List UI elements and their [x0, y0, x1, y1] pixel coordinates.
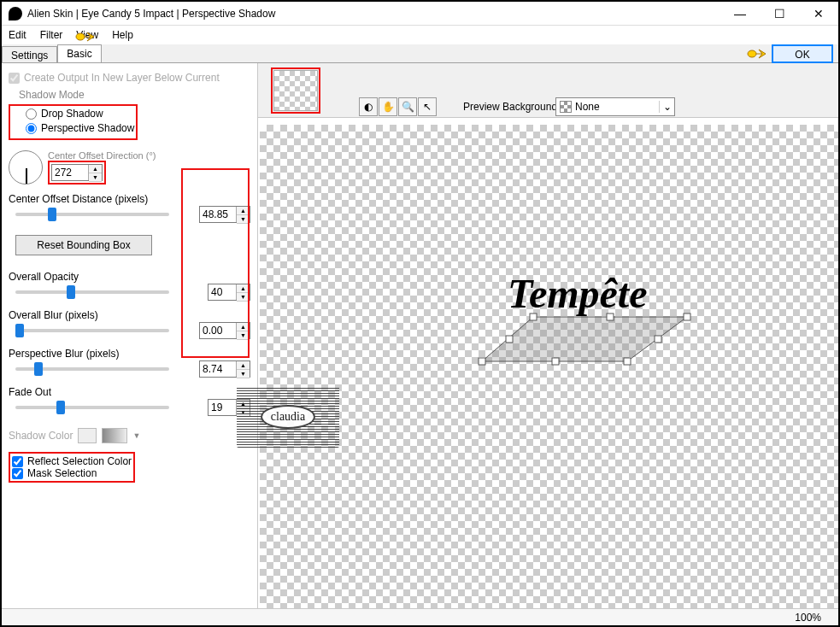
overall-blur-input-wrap[interactable]: ▲▼ [199, 322, 250, 339]
shadow-color-label: Shadow Color [9, 430, 73, 442]
center-offset-dir-label: Center Offset Direction (°) [48, 150, 156, 161]
overall-blur-input[interactable] [200, 323, 236, 338]
create-output-input[interactable] [9, 73, 20, 84]
center-offset-dir-spinners[interactable]: ▲▼ [88, 165, 102, 180]
svg-rect-4 [624, 358, 631, 365]
close-button[interactable]: ✕ [799, 2, 838, 26]
zoom-level: 100% [795, 612, 821, 624]
menu-edit[interactable]: Edit [9, 29, 26, 41]
eyedropper-tool-icon[interactable]: ◐ [359, 97, 378, 116]
perspective-blur-label: Perspective Blur (pixels) [9, 348, 250, 360]
svg-rect-7 [552, 358, 559, 365]
center-offset-dist-slider[interactable] [15, 213, 169, 216]
watermark: claudia [237, 386, 339, 448]
ok-button[interactable]: OK [772, 44, 833, 63]
reflect-selection-label: Reflect Selection Color [27, 455, 132, 467]
drop-shadow-input[interactable] [26, 108, 37, 120]
drop-shadow-radio[interactable]: Drop Shadow [26, 108, 134, 120]
chevron-down-icon[interactable]: ⌄ [659, 101, 674, 113]
fade-out-slider[interactable] [15, 406, 169, 409]
center-offset-dist-input[interactable] [200, 207, 236, 222]
shadow-mode-group: Shadow Mode Drop Shadow Perspective Shad… [9, 89, 250, 140]
svg-point-0 [76, 33, 85, 40]
checker-icon [560, 101, 572, 113]
pointer-hand-icon [75, 28, 99, 45]
overall-blur-row: Overall Blur (pixels) ▲▼ [9, 309, 250, 339]
svg-rect-8 [607, 314, 614, 320]
tab-row: Settings Basic OK Cancel [2, 44, 838, 63]
menu-bar: Edit Filter View Help [2, 26, 838, 44]
perspective-blur-input[interactable] [200, 361, 236, 377]
main-area: Create Output In New Layer Below Current… [2, 63, 838, 608]
overall-opacity-input-wrap[interactable]: ▲▼ [208, 284, 250, 301]
mask-selection-checkbox[interactable]: Mask Selection [12, 467, 132, 479]
overall-opacity-label: Overall Opacity [9, 271, 250, 283]
preview-canvas[interactable]: Tempête [260, 125, 838, 608]
reflect-selection-input[interactable] [12, 456, 23, 467]
hand-tool-icon[interactable]: ✋ [379, 97, 397, 116]
perspective-shadow-radio[interactable]: Perspective Shadow [26, 122, 134, 134]
app-icon [9, 7, 22, 21]
reset-bounding-box-button[interactable]: Reset Bounding Box [15, 235, 152, 255]
center-offset-distance-row: Center Offset Distance (pixels) ▲▼ [9, 193, 250, 223]
overall-opacity-slider[interactable] [15, 290, 169, 294]
perspective-blur-spinners[interactable]: ▲▼ [236, 361, 250, 377]
shadow-bounding-box[interactable] [473, 308, 696, 379]
dropdown-arrow-icon[interactable]: ▼ [132, 431, 140, 440]
svg-rect-10 [655, 336, 661, 343]
preview-bg-value: None [575, 101, 600, 113]
window-title: Alien Skin | Eye Candy 5 Impact | Perspe… [27, 8, 720, 20]
shadow-color-row: Shadow Color ▼ [9, 428, 250, 443]
pointer-hand-icon [746, 45, 772, 62]
overall-opacity-row: Overall Opacity ▲▼ [9, 271, 250, 301]
center-offset-dist-input-wrap[interactable]: ▲▼ [199, 206, 250, 223]
perspective-blur-input-wrap[interactable]: ▲▼ [199, 360, 250, 378]
settings-panel: Create Output In New Layer Below Current… [2, 63, 258, 608]
shadow-mode-legend: Shadow Mode [9, 89, 85, 101]
thumbnail-selected[interactable] [273, 70, 318, 111]
center-offset-dist-spinners[interactable]: ▲▼ [236, 207, 250, 222]
center-offset-dist-label: Center Offset Distance (pixels) [9, 193, 250, 205]
fade-out-input[interactable] [209, 400, 236, 415]
watermark-text: claudia [261, 405, 315, 429]
center-offset-dir-input[interactable] [52, 165, 88, 180]
overall-blur-slider[interactable] [15, 329, 169, 332]
perspective-blur-row: Perspective Blur (pixels) ▲▼ [9, 348, 250, 378]
arrow-tool-icon[interactable]: ↖ [418, 97, 437, 116]
overall-opacity-spinners[interactable]: ▲▼ [236, 284, 250, 300]
mask-selection-input[interactable] [12, 468, 23, 479]
preview-bg-label: Preview Background: [463, 101, 560, 113]
tab-basic[interactable]: Basic [57, 44, 101, 62]
maximize-button[interactable]: ☐ [760, 2, 799, 26]
preview-bg-select[interactable]: None ⌄ [555, 97, 675, 116]
create-output-checkbox[interactable]: Create Output In New Layer Below Current [9, 72, 250, 84]
menu-filter[interactable]: Filter [40, 29, 63, 41]
svg-rect-5 [684, 314, 690, 320]
center-offset-direction-block: Center Offset Direction (°) ▲▼ [9, 150, 250, 185]
shadow-color-swatch[interactable] [78, 428, 97, 443]
tab-settings[interactable]: Settings [2, 46, 57, 62]
svg-rect-3 [479, 358, 485, 365]
center-offset-dir-input-wrap[interactable]: ▲▼ [51, 164, 103, 181]
overall-blur-spinners[interactable]: ▲▼ [236, 323, 250, 338]
svg-rect-9 [506, 336, 513, 343]
drop-shadow-label: Drop Shadow [41, 108, 103, 120]
minimize-button[interactable]: — [720, 2, 760, 26]
preview-area: ◐ ✋ 🔍 ↖ Preview Background: None ⌄ Tempê… [258, 63, 838, 608]
perspective-blur-slider[interactable] [15, 367, 169, 371]
menu-help[interactable]: Help [112, 29, 133, 41]
create-output-label: Create Output In New Layer Below Current [24, 72, 220, 84]
status-bar: 100% [2, 608, 838, 625]
svg-rect-6 [530, 314, 537, 320]
svg-point-1 [748, 50, 756, 57]
zoom-tool-icon[interactable]: 🔍 [398, 97, 417, 116]
overall-blur-label: Overall Blur (pixels) [9, 309, 250, 321]
mask-selection-label: Mask Selection [27, 467, 97, 479]
preview-toolbar: ◐ ✋ 🔍 ↖ [359, 97, 437, 116]
perspective-shadow-input[interactable] [26, 123, 37, 134]
reflect-selection-checkbox[interactable]: Reflect Selection Color [12, 455, 132, 467]
perspective-shadow-label: Perspective Shadow [41, 122, 134, 134]
direction-dial[interactable] [9, 150, 43, 185]
shadow-color-palette-button[interactable] [102, 428, 127, 443]
overall-opacity-input[interactable] [209, 284, 236, 300]
